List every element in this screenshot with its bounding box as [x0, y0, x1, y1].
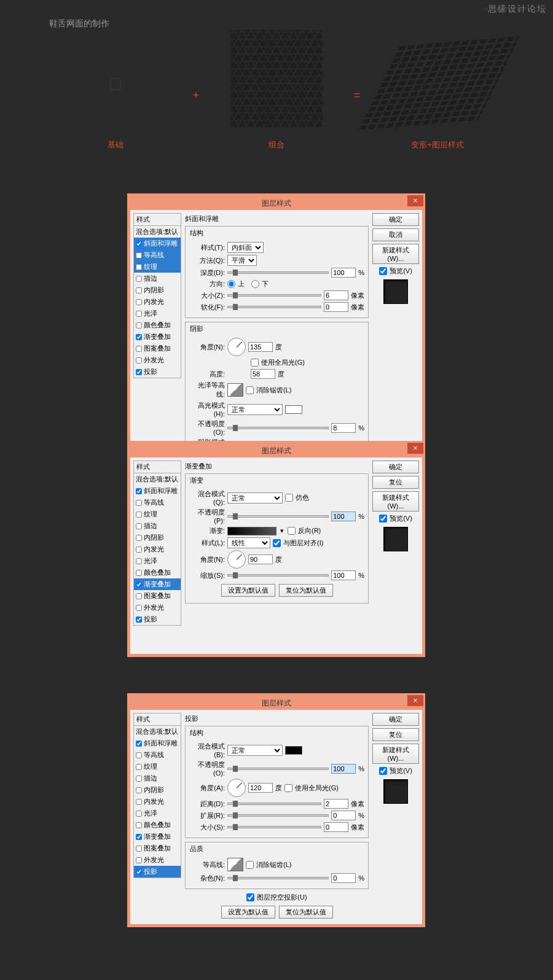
cancel-button[interactable]: 取消: [372, 228, 419, 241]
antialias-check[interactable]: [246, 386, 254, 394]
scale-input[interactable]: [331, 570, 356, 580]
style-pattern-overlay[interactable]: 图案叠加: [134, 590, 181, 602]
style-drop-shadow[interactable]: 投影: [134, 366, 181, 378]
soften-input[interactable]: [324, 302, 348, 312]
new-style-button[interactable]: 新建样式(W)...: [372, 491, 419, 511]
opacity-slider[interactable]: [227, 768, 329, 770]
style-gradient-overlay[interactable]: 渐变叠加: [134, 331, 181, 343]
angle-dial[interactable]: [227, 550, 246, 569]
blend-options[interactable]: 混合选项:默认: [134, 726, 181, 737]
angle-dial[interactable]: [227, 779, 246, 797]
blend-options[interactable]: 混合选项:默认: [134, 226, 181, 238]
size-input[interactable]: [324, 822, 348, 832]
opacity-input[interactable]: [331, 764, 356, 774]
style-outer-glow[interactable]: 外发光: [134, 602, 181, 613]
style-inner-shadow[interactable]: 内阴影: [134, 284, 181, 296]
style-drop-shadow[interactable]: 投影: [134, 613, 181, 625]
global-light-check[interactable]: [251, 359, 259, 367]
dither-check[interactable]: [285, 494, 293, 502]
bevel-style-select[interactable]: 内斜面: [227, 242, 264, 253]
styles-header[interactable]: 样式: [133, 461, 181, 473]
style-inner-glow[interactable]: 内发光: [134, 543, 181, 555]
style-contour[interactable]: 等高线: [134, 249, 181, 261]
spread-input[interactable]: [331, 811, 356, 820]
shadow-color-swatch[interactable]: [285, 746, 302, 755]
styles-header[interactable]: 样式: [133, 713, 181, 726]
global-light-check[interactable]: [284, 784, 292, 792]
angle-input[interactable]: [248, 783, 273, 793]
style-contour[interactable]: 等高线: [134, 749, 181, 761]
style-color-overlay[interactable]: 颜色叠加: [134, 567, 181, 578]
style-satin[interactable]: 光泽: [134, 807, 181, 819]
grad-style-select[interactable]: 线性: [227, 537, 270, 548]
style-bevel[interactable]: 斜面和浮雕: [134, 737, 181, 749]
reset-button[interactable]: 复位: [372, 728, 419, 741]
size-slider[interactable]: [227, 294, 321, 297]
angle-input[interactable]: [248, 554, 273, 564]
distance-slider[interactable]: [227, 803, 321, 805]
scale-slider[interactable]: [227, 574, 329, 577]
style-pattern-overlay[interactable]: 图案叠加: [134, 842, 181, 854]
noise-input[interactable]: [331, 873, 356, 883]
style-inner-glow[interactable]: 内发光: [134, 296, 181, 308]
highlight-opacity-slider[interactable]: [227, 427, 329, 429]
contour-swatch[interactable]: [227, 858, 243, 871]
size-slider[interactable]: [227, 826, 321, 828]
style-outer-glow[interactable]: 外发光: [134, 354, 181, 366]
reverse-check[interactable]: [288, 527, 296, 535]
highlight-mode-select[interactable]: 正常: [227, 404, 283, 415]
preview-check[interactable]: [379, 767, 387, 775]
style-color-overlay[interactable]: 颜色叠加: [134, 819, 181, 831]
style-drop-shadow[interactable]: 投影: [134, 866, 181, 877]
style-stroke[interactable]: 描边: [134, 520, 181, 532]
make-default-button[interactable]: 设置为默认值: [221, 584, 275, 597]
dir-up-radio[interactable]: [227, 280, 235, 288]
reset-button[interactable]: 复位: [372, 476, 419, 489]
soften-slider[interactable]: [227, 306, 321, 308]
angle-dial[interactable]: [227, 338, 246, 356]
noise-slider[interactable]: [227, 877, 329, 879]
dir-down-radio[interactable]: [251, 280, 259, 288]
knockout-check[interactable]: [246, 893, 254, 901]
blend-options[interactable]: 混合选项:默认: [134, 473, 181, 485]
ok-button[interactable]: 确定: [372, 213, 419, 226]
depth-input[interactable]: [331, 268, 356, 278]
style-contour[interactable]: 等高线: [134, 497, 181, 508]
blend-mode-select[interactable]: 正常: [227, 745, 283, 756]
opacity-slider[interactable]: [227, 515, 329, 518]
style-gradient-overlay[interactable]: 渐变叠加: [134, 578, 181, 590]
highlight-opacity-input[interactable]: [331, 423, 356, 433]
gradient-picker[interactable]: [227, 527, 276, 535]
opacity-input[interactable]: [331, 511, 356, 521]
close-button[interactable]: ×: [407, 695, 423, 706]
preview-check[interactable]: [379, 515, 387, 523]
angle-input[interactable]: [248, 342, 273, 352]
style-texture[interactable]: 纹理: [134, 508, 181, 520]
style-pattern-overlay[interactable]: 图案叠加: [134, 343, 181, 354]
ok-button[interactable]: 确定: [372, 461, 419, 473]
ok-button[interactable]: 确定: [372, 713, 419, 726]
reset-default-button[interactable]: 复位为默认值: [279, 906, 333, 919]
align-check[interactable]: [273, 539, 281, 547]
style-outer-glow[interactable]: 外发光: [134, 854, 181, 866]
style-stroke[interactable]: 描边: [134, 273, 181, 284]
antialias-check[interactable]: [246, 861, 254, 869]
style-satin[interactable]: 光泽: [134, 308, 181, 319]
technique-select[interactable]: 平滑: [227, 255, 257, 266]
style-gradient-overlay[interactable]: 渐变叠加: [134, 831, 181, 842]
depth-slider[interactable]: [227, 271, 329, 274]
style-bevel[interactable]: 斜面和浮雕: [134, 238, 181, 249]
distance-input[interactable]: [324, 799, 348, 809]
new-style-button[interactable]: 新建样式(W)...: [372, 744, 419, 764]
style-bevel[interactable]: 斜面和浮雕: [134, 485, 181, 497]
style-inner-glow[interactable]: 内发光: [134, 796, 181, 807]
style-stroke[interactable]: 描边: [134, 772, 181, 784]
style-texture[interactable]: 纹理: [134, 761, 181, 772]
style-texture[interactable]: 纹理: [134, 261, 181, 273]
close-button[interactable]: ×: [407, 195, 423, 206]
size-input[interactable]: [324, 290, 348, 300]
close-button[interactable]: ×: [407, 443, 423, 454]
preview-check[interactable]: [379, 267, 387, 275]
make-default-button[interactable]: 设置为默认值: [221, 906, 275, 919]
reset-default-button[interactable]: 复位为默认值: [279, 584, 333, 597]
